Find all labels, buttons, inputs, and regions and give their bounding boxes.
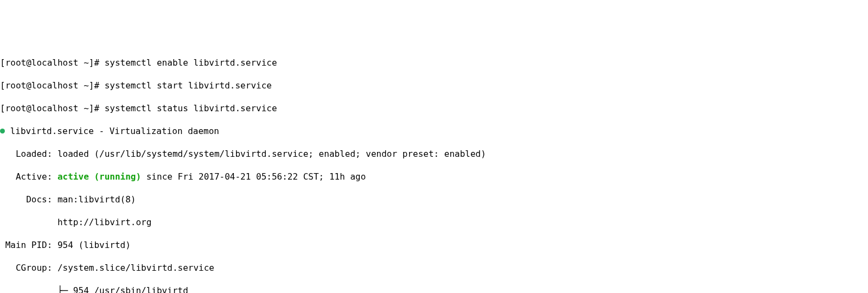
mainpid-value: 954 (libvirtd) <box>58 240 131 250</box>
loaded-value: loaded (/usr/lib/systemd/system/libvirtd… <box>58 149 486 159</box>
prompt-line-1: [root@localhost ~]# systemctl enable lib… <box>0 57 868 68</box>
status-docs-line-1: Docs: man:libvirtd(8) <box>0 194 868 205</box>
status-active-line: Active: active (running) since Fri 2017-… <box>0 171 868 182</box>
docs-value: http://libvirt.org <box>58 217 151 227</box>
command-text: systemctl start libvirtd.service <box>105 80 272 91</box>
active-state: active (running) <box>58 171 141 182</box>
shell-prompt: [root@localhost ~]# <box>0 103 105 113</box>
status-unit-line: libvirtd.service - Virtualization daemon <box>0 125 868 137</box>
status-cgroup-line: CGroup: /system.slice/libvirtd.service <box>0 262 868 273</box>
docs-indent <box>0 217 58 227</box>
cgroup-tree-line: ├─ 954 /usr/sbin/libvirtd <box>0 285 868 293</box>
prompt-line-3: [root@localhost ~]# systemctl status lib… <box>0 103 868 114</box>
terminal-output[interactable]: [root@localhost ~]# systemctl enable lib… <box>0 46 868 293</box>
active-label: Active: <box>0 171 58 182</box>
cgroup-label: CGroup: <box>0 263 58 273</box>
active-since: since Fri 2017-04-21 05:56:22 CST; 11h a… <box>141 171 366 182</box>
status-mainpid-line: Main PID: 954 (libvirtd) <box>0 239 868 251</box>
prompt-line-2: [root@localhost ~]# systemctl start libv… <box>0 80 868 91</box>
command-text: systemctl enable libvirtd.service <box>105 58 277 68</box>
loaded-label: Loaded: <box>0 149 58 159</box>
status-dot-icon <box>0 129 5 133</box>
shell-prompt: [root@localhost ~]# <box>0 58 105 68</box>
shell-prompt: [root@localhost ~]# <box>0 80 105 91</box>
cgroup-value: /system.slice/libvirtd.service <box>58 263 214 273</box>
docs-value: man:libvirtd(8) <box>58 194 136 205</box>
docs-label: Docs: <box>0 194 58 205</box>
status-docs-line-2: http://libvirt.org <box>0 216 868 228</box>
unit-description: libvirtd.service - Virtualization daemon <box>5 126 219 136</box>
tree-process: ├─ 954 /usr/sbin/libvirtd <box>0 285 188 293</box>
command-text: systemctl status libvirtd.service <box>105 103 277 113</box>
status-loaded-line: Loaded: loaded (/usr/lib/systemd/system/… <box>0 148 868 160</box>
mainpid-label: Main PID: <box>0 240 58 250</box>
